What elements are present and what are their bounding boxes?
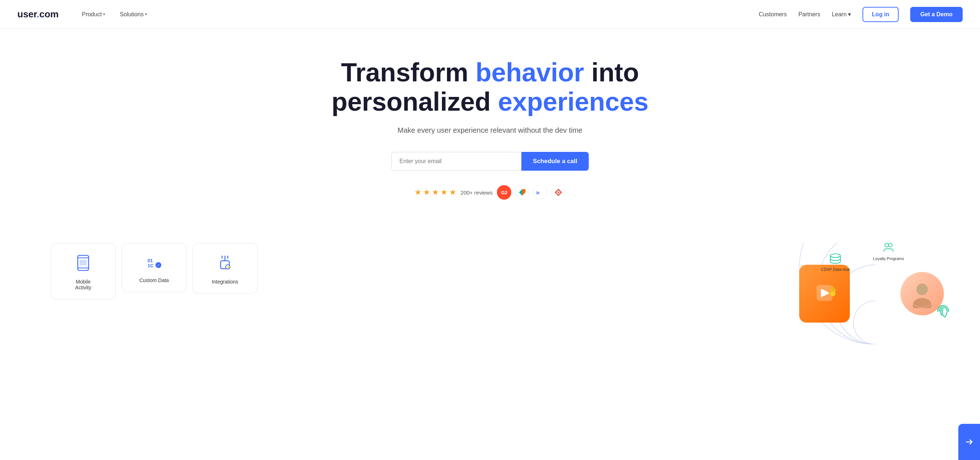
loyalty-icon xyxy=(882,243,895,254)
loyalty-programs: Loyalty Programs xyxy=(873,243,904,261)
svg-marker-3 xyxy=(519,193,522,196)
feature-mobile: MobileActivity xyxy=(51,243,116,299)
chevron-down-icon: ▾ xyxy=(848,11,851,18)
logo-text-after: com xyxy=(40,9,59,19)
custom-data-icon: 01 1C ✓ xyxy=(147,255,161,272)
nav-product[interactable]: Product ▾ xyxy=(76,8,111,21)
schedule-call-button[interactable]: Schedule a call xyxy=(522,152,589,171)
mobile-icon xyxy=(77,255,90,274)
feature-integrations-label: Integrations xyxy=(212,279,238,285)
svg-marker-1 xyxy=(522,189,525,193)
logo-text-before: user xyxy=(18,9,37,19)
svg-text:⚡: ⚡ xyxy=(226,265,231,269)
cdxp-label: CDXP Data Hub xyxy=(821,267,850,272)
review-count: 200+ reviews xyxy=(461,189,493,196)
cdxp-data-hub: CDXP Data Hub xyxy=(821,252,850,272)
capterra-icon xyxy=(518,188,526,196)
capterra-badge xyxy=(515,185,530,200)
logo[interactable]: user.com xyxy=(18,9,59,20)
g2-badge: G2 xyxy=(497,185,511,200)
star-2: ★ xyxy=(423,188,430,197)
svg-text:01: 01 xyxy=(148,258,153,263)
feature-custom-data: 01 1C ✓ Custom Data xyxy=(121,243,186,292)
svg-point-28 xyxy=(913,298,932,308)
software-advice-icon xyxy=(554,188,562,196)
chevron-down-icon: ▾ xyxy=(145,12,147,17)
navbar: user.com Product ▾ Solutions ▾ Customers… xyxy=(0,0,980,29)
email-input[interactable] xyxy=(391,152,522,171)
integrations-icon: ⚡ xyxy=(218,255,232,274)
heading-transform: Transform xyxy=(341,58,468,87)
svg-marker-2 xyxy=(522,193,525,196)
hero-section: Transform behavior into personalized exp… xyxy=(237,29,743,243)
chevron-down-icon: ▾ xyxy=(103,12,105,17)
loyalty-label: Loyalty Programs xyxy=(873,256,904,261)
fingerprint-icon xyxy=(935,303,951,323)
nav-links: Product ▾ Solutions ▾ xyxy=(76,8,759,21)
svg-text:»: » xyxy=(536,189,539,196)
logo-dot: . xyxy=(37,9,40,19)
heading-personalized: personalized xyxy=(332,87,491,116)
star-4: ★ xyxy=(441,188,448,197)
star-1: ★ xyxy=(414,188,422,197)
heading-behavior: behavior xyxy=(476,58,584,87)
orange-feature-card xyxy=(799,265,850,323)
nav-partners[interactable]: Partners xyxy=(799,11,820,18)
hero-subtext: Make every user experience relevant with… xyxy=(251,126,729,135)
reviews-row: ★ ★ ★ ★ ★ 200+ reviews G2 » xyxy=(251,185,729,200)
star-5-half: ★ xyxy=(449,188,457,197)
getapp-icon: » xyxy=(536,188,545,196)
nav-solutions[interactable]: Solutions ▾ xyxy=(114,8,153,21)
feature-integrations: ⚡ Integrations xyxy=(192,243,258,294)
cursor-icon: 🤚 xyxy=(826,285,839,297)
svg-text:✓: ✓ xyxy=(157,263,160,267)
hero-form: Schedule a call xyxy=(251,152,729,171)
svg-marker-0 xyxy=(519,189,522,193)
hero-heading: Transform behavior into personalized exp… xyxy=(251,58,729,116)
feature-diagram-strip: MobileActivity 01 1C ✓ Custom Data xyxy=(0,243,980,344)
feature-mobile-label: MobileActivity xyxy=(75,279,91,290)
login-button[interactable]: Log in xyxy=(862,7,899,22)
software-advice-badge xyxy=(551,185,566,200)
nav-learn[interactable]: Learn ▾ xyxy=(832,11,851,18)
svg-text:1C: 1C xyxy=(148,263,154,268)
svg-point-24 xyxy=(830,254,840,258)
nav-right: Customers Partners Learn ▾ Log in Get a … xyxy=(759,7,963,22)
getapp-badge: » xyxy=(533,185,547,200)
svg-rect-11 xyxy=(80,259,87,266)
badge-icons: G2 » xyxy=(497,185,566,200)
svg-point-26 xyxy=(889,244,892,247)
nav-customers[interactable]: Customers xyxy=(759,11,786,18)
get-demo-button[interactable]: Get a Demo xyxy=(910,7,963,22)
feature-custom-data-label: Custom Data xyxy=(139,277,169,283)
svg-point-27 xyxy=(916,283,928,295)
cdxp-icon xyxy=(829,252,842,265)
svg-point-25 xyxy=(885,244,889,247)
star-rating: ★ ★ ★ ★ ★ xyxy=(414,188,457,197)
star-3: ★ xyxy=(432,188,439,197)
